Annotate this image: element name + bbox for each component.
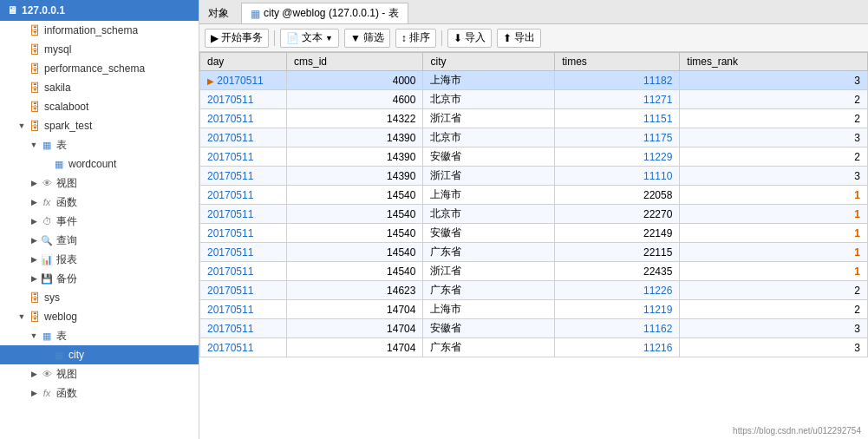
label-wordcount: wordcount [69, 158, 116, 170]
sidebar-item-spark_test_events[interactable]: ▶⏱事件 [0, 212, 199, 231]
cell-times_rank: 2 [680, 281, 868, 300]
table-row[interactable]: 2017051114704广东省112163 [200, 338, 868, 357]
begin-tx-button[interactable]: ▶ 开始事务 [205, 29, 269, 48]
icon-information_schema: 🗄 [28, 23, 42, 37]
export-label: 导出 [514, 30, 535, 45]
sidebar-item-scalaboot[interactable]: 🗄scalaboot [0, 97, 199, 116]
icon-weblog_funcs: fx [40, 386, 54, 400]
cell-times: 11219 [555, 300, 680, 319]
table-row[interactable]: 2017051114540北京市222701 [200, 205, 868, 224]
sidebar-item-weblog_views[interactable]: ▶👁视图 [0, 364, 199, 383]
main-panel: 对象 ▦ city @weblog (127.0.0.1) - 表 ▶ 开始事务… [199, 0, 868, 439]
cell-cms_id: 4600 [287, 90, 423, 109]
cell-times: 11229 [555, 147, 680, 167]
table-row[interactable]: ▶ 201705114000上海市111823 [200, 71, 868, 90]
cell-day: 20170511 [200, 281, 287, 300]
cell-times: 11175 [555, 128, 680, 147]
table-row[interactable]: 2017051114540广东省221151 [200, 243, 868, 262]
sidebar-item-weblog_tables[interactable]: ▼▦表 [0, 326, 199, 345]
cell-times_rank: 1 [680, 205, 868, 224]
col-day: day [200, 53, 287, 71]
arrow-spark_test: ▼ [16, 120, 28, 132]
sidebar-header: 🖥 127.0.0.1 [0, 0, 199, 21]
table-row[interactable]: 2017051114390北京市111753 [200, 128, 868, 147]
watermark: https://blog.csdn.net/u012292754 [733, 426, 861, 436]
icon-spark_test_events: ⏱ [40, 214, 54, 228]
cell-day: 20170511 [200, 205, 287, 224]
icon-weblog_tables: ▦ [40, 329, 54, 343]
table-header-row: day cms_id city times times_rank [200, 53, 868, 71]
table-row[interactable]: 2017051114540上海市220581 [200, 186, 868, 205]
table-row[interactable]: 2017051114390安徽省112292 [200, 147, 868, 167]
sidebar-item-spark_test_reports[interactable]: ▶📊报表 [0, 250, 199, 269]
label-weblog_funcs: 函数 [56, 386, 77, 401]
cell-cms_id: 14623 [287, 281, 423, 300]
arrow-spark_test_backups: ▶ [28, 272, 40, 285]
cell-city: 安徽省 [423, 319, 555, 338]
sidebar-item-spark_test_funcs[interactable]: ▶fx函数 [0, 193, 199, 212]
filter-button[interactable]: ▼ 筛选 [344, 29, 390, 48]
icon-spark_test_views: 👁 [40, 176, 54, 190]
icon-spark_test: 🗄 [28, 119, 42, 133]
cell-day: 20170511 [200, 109, 287, 128]
table-row[interactable]: 2017051114540浙江省224351 [200, 262, 868, 281]
sidebar-item-spark_test_queries[interactable]: ▶🔍查询 [0, 231, 199, 250]
label-spark_test_events: 事件 [56, 214, 77, 229]
arrow-information_schema [16, 24, 28, 36]
tab-city[interactable]: ▦ city @weblog (127.0.0.1) - 表 [241, 3, 408, 23]
text-dropdown-icon: ▼ [325, 34, 333, 43]
table-row[interactable]: 2017051114623广东省112262 [200, 281, 868, 300]
begin-tx-label: 开始事务 [221, 30, 263, 45]
label-weblog: weblog [44, 311, 77, 323]
label-mysql: mysql [44, 43, 71, 56]
sidebar-item-sakila[interactable]: 🗄sakila [0, 78, 199, 97]
sort-label: 排序 [409, 30, 430, 45]
table-row[interactable]: 2017051114704安徽省111623 [200, 319, 868, 338]
tab-city-label: city @weblog (127.0.0.1) - 表 [264, 6, 399, 21]
sort-icon: ↕ [401, 32, 407, 44]
arrow-city [40, 349, 52, 361]
export-button[interactable]: ⬆ 导出 [497, 29, 541, 48]
table-row[interactable]: 2017051114390浙江省111103 [200, 167, 868, 186]
cell-cms_id: 14390 [287, 128, 423, 147]
cell-times_rank: 1 [680, 186, 868, 205]
icon-city: ▦ [52, 348, 66, 362]
label-weblog_tables: 表 [56, 329, 67, 344]
sidebar-item-weblog_funcs[interactable]: ▶fx函数 [0, 383, 199, 403]
sidebar-item-information_schema[interactable]: 🗄information_schema [0, 21, 199, 40]
tab-icon: ▦ [251, 8, 260, 20]
sidebar-item-mysql[interactable]: 🗄mysql [0, 40, 199, 59]
cell-times: 11271 [555, 90, 680, 109]
sidebar-item-wordcount[interactable]: ▦wordcount [0, 154, 199, 174]
sidebar-item-sys[interactable]: 🗄sys [0, 288, 199, 307]
import-label: 导入 [465, 30, 486, 45]
import-button[interactable]: ⬇ 导入 [447, 29, 492, 48]
label-spark_test_views: 视图 [56, 176, 77, 191]
sidebar-item-performance_schema[interactable]: 🗄performance_schema [0, 59, 199, 78]
icon-spark_test_queries: 🔍 [40, 233, 54, 247]
import-icon: ⬇ [454, 32, 462, 44]
filter-icon: ▼ [350, 32, 361, 44]
tab-object[interactable]: 对象 [199, 3, 238, 23]
text-button[interactable]: 📄 文本 ▼ [280, 29, 339, 48]
sidebar-item-spark_test_tables[interactable]: ▼▦表 [0, 135, 199, 154]
sidebar-item-weblog[interactable]: ▼🗄weblog [0, 307, 199, 326]
cell-times_rank: 2 [680, 109, 868, 128]
cell-times: 11110 [555, 167, 680, 186]
table-row[interactable]: 2017051114704上海市112192 [200, 300, 868, 319]
arrow-mysql [16, 43, 28, 56]
sort-button[interactable]: ↕ 排序 [395, 29, 436, 48]
table-row[interactable]: 201705114600北京市112712 [200, 90, 868, 109]
begin-tx-icon: ▶ [211, 32, 219, 44]
sidebar-title: 127.0.0.1 [22, 4, 65, 16]
sidebar-item-spark_test_views[interactable]: ▶👁视图 [0, 174, 199, 193]
table-container: day cms_id city times times_rank ▶ 20170… [199, 52, 868, 439]
sidebar-item-spark_test[interactable]: ▼🗄spark_test [0, 116, 199, 135]
label-spark_test: spark_test [44, 120, 92, 132]
col-times: times [555, 53, 680, 71]
table-row[interactable]: 2017051114540安徽省221491 [200, 224, 868, 243]
sidebar-item-spark_test_backups[interactable]: ▶💾备份 [0, 269, 199, 288]
arrow-spark_test_tables: ▼ [28, 139, 40, 151]
table-row[interactable]: 2017051114322浙江省111512 [200, 109, 868, 128]
sidebar-item-city[interactable]: ▦city [0, 345, 199, 364]
